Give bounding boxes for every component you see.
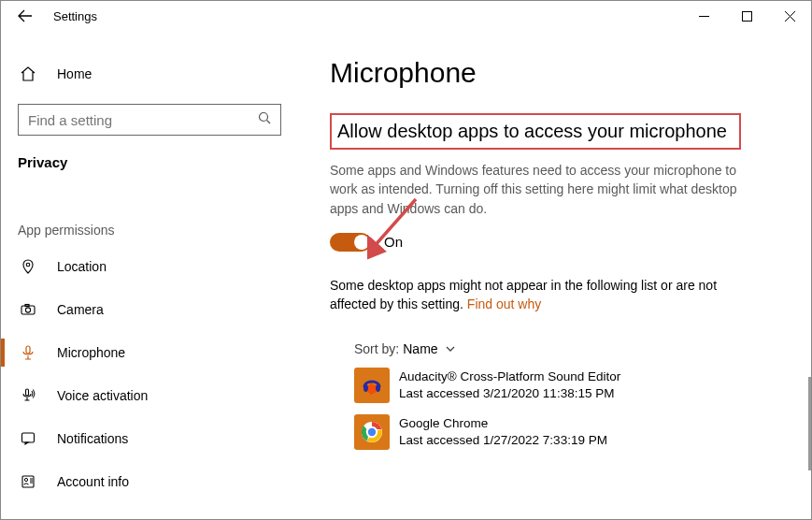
allow-toggle[interactable]: [330, 233, 371, 252]
svg-rect-7: [26, 389, 29, 396]
allow-heading-highlight: Allow desktop apps to access your microp…: [330, 113, 741, 150]
window-controls: [682, 1, 811, 31]
chrome-icon: [354, 414, 390, 450]
svg-point-2: [26, 263, 30, 267]
page-title: Microphone: [330, 57, 779, 89]
audacity-icon: [354, 368, 390, 403]
sidebar-item-label: Camera: [57, 302, 104, 317]
app-last-accessed: Last accessed 3/21/2020 11:38:15 PM: [399, 385, 620, 402]
sidebar-category: Privacy: [1, 154, 298, 170]
toggle-state-label: On: [384, 234, 403, 250]
sidebar-item-label: Account info: [57, 474, 129, 489]
svg-rect-0: [742, 11, 751, 21]
sidebar-home-label: Home: [57, 66, 92, 81]
sort-by-label: Sort by:: [354, 341, 399, 356]
svg-point-10: [24, 478, 27, 481]
sidebar-item-label: Location: [57, 259, 107, 274]
svg-rect-8: [22, 433, 35, 442]
sidebar: Home Privacy App permissions Location Ca…: [1, 31, 298, 519]
svg-point-1: [260, 113, 268, 122]
close-button[interactable]: [768, 1, 811, 31]
titlebar: Settings: [1, 1, 811, 31]
svg-point-4: [25, 308, 30, 312]
minimize-icon: [699, 11, 709, 22]
app-row-chrome[interactable]: Google Chrome Last accessed 1/27/2022 7:…: [354, 414, 779, 450]
sidebar-section-label: App permissions: [1, 223, 298, 238]
sidebar-item-voice-activation[interactable]: Voice activation: [1, 374, 298, 417]
sidebar-item-microphone[interactable]: Microphone: [1, 331, 298, 374]
chevron-down-icon: [444, 342, 457, 355]
scrollbar[interactable]: [808, 377, 811, 470]
maximize-button[interactable]: [725, 1, 768, 31]
back-button[interactable]: [14, 8, 36, 23]
sidebar-item-label: Notifications: [57, 431, 128, 446]
sort-by: Sort by: Name: [354, 341, 779, 356]
sort-by-value[interactable]: Name: [403, 341, 456, 356]
search-icon: [258, 111, 272, 128]
sidebar-item-location[interactable]: Location: [1, 245, 298, 288]
close-icon: [785, 11, 795, 22]
find-out-why-link[interactable]: Find out why: [467, 296, 541, 311]
svg-rect-6: [26, 346, 30, 354]
svg-point-11: [363, 384, 368, 392]
window-title: Settings: [53, 9, 97, 23]
maximize-icon: [742, 11, 752, 22]
app-list: Audacity® Cross-Platform Sound Editor La…: [354, 368, 779, 450]
app-name: Google Chrome: [399, 415, 607, 432]
allow-description: Some apps and Windows features need to a…: [330, 161, 750, 218]
app-last-accessed: Last accessed 1/27/2022 7:33:19 PM: [399, 432, 607, 449]
note: Some desktop apps might not appear in th…: [330, 276, 750, 314]
camera-icon: [18, 301, 38, 318]
app-name: Audacity® Cross-Platform Sound Editor: [399, 368, 620, 385]
sidebar-item-camera[interactable]: Camera: [1, 288, 298, 331]
microphone-icon: [18, 344, 38, 361]
allow-heading: Allow desktop apps to access your microp…: [337, 121, 734, 142]
voice-icon: [18, 387, 38, 404]
account-icon: [18, 473, 38, 490]
sidebar-item-label: Voice activation: [57, 388, 148, 403]
minimize-button[interactable]: [682, 1, 725, 31]
sidebar-item-label: Microphone: [57, 345, 125, 360]
sidebar-item-notifications[interactable]: Notifications: [1, 417, 298, 460]
app-row-audacity[interactable]: Audacity® Cross-Platform Sound Editor La…: [354, 368, 779, 403]
notifications-icon: [18, 430, 38, 447]
content: Microphone Allow desktop apps to access …: [298, 31, 811, 519]
location-icon: [18, 258, 38, 275]
toggle-knob: [354, 235, 369, 250]
home-icon: [18, 65, 38, 82]
sidebar-item-account-info[interactable]: Account info: [1, 460, 298, 503]
search-input[interactable]: [18, 104, 281, 136]
sidebar-home[interactable]: Home: [1, 57, 298, 91]
svg-point-12: [376, 384, 380, 392]
svg-rect-9: [22, 476, 34, 487]
arrow-left-icon: [18, 8, 33, 23]
